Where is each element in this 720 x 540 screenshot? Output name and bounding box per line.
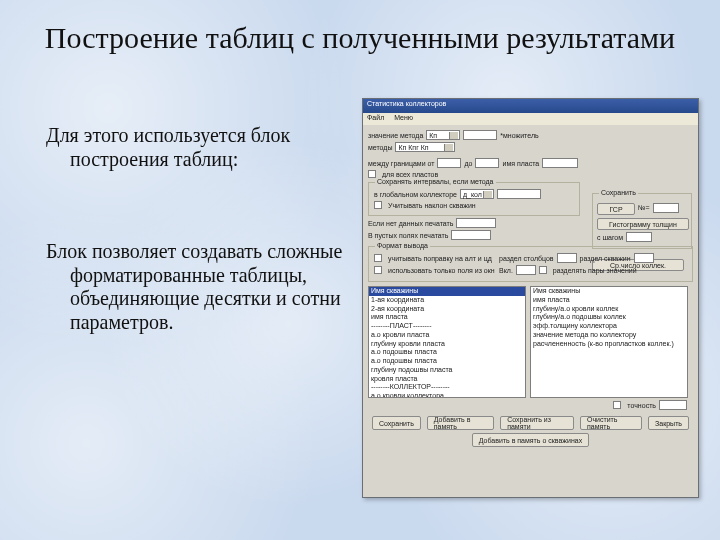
input-to[interactable]	[475, 158, 499, 168]
select-method[interactable]: Кп	[426, 130, 460, 140]
list-item[interactable]: глубину/a.o подошвы коллек	[531, 313, 687, 322]
checkbox-split-pairs[interactable]	[539, 266, 547, 274]
group-conditions: Сохранять интервалы, если метода в глоба…	[368, 182, 580, 216]
menu-menu[interactable]: Меню	[394, 114, 413, 121]
group-save: Сохранить ГСР №= Гистограмму толщин с ша…	[592, 193, 692, 249]
dialog-menubar: Файл Меню	[363, 113, 698, 125]
label-empty: В пустых полях печатать	[368, 232, 448, 239]
listbox-left[interactable]: Имя скважины 1-ая координата2-ая координ…	[368, 286, 526, 398]
button-add-memory[interactable]: Добавить в память	[427, 416, 494, 430]
input-collector[interactable]	[497, 189, 541, 199]
list-item[interactable]: 2-ая координата	[369, 305, 525, 314]
listbox-left-header: Имя скважины	[369, 287, 525, 296]
listbox-right[interactable]: Имя скважиныимя пластаглубину/a.o кровли…	[530, 286, 688, 398]
input-col-sep[interactable]	[557, 253, 577, 263]
list-item[interactable]: имя пласта	[369, 313, 525, 322]
button-add-well-memory[interactable]: Добавить в память о скважинах	[472, 433, 589, 447]
list-item[interactable]: значение метода по коллектору	[531, 331, 687, 340]
slide-title: Построение таблиц с полученными результа…	[0, 20, 720, 55]
group-save-title: Сохранить	[599, 189, 638, 196]
slide-body: Блок позволяет создавать сложные формати…	[46, 240, 346, 334]
label-layer-name: имя пласта	[502, 160, 539, 167]
input-from[interactable]	[437, 158, 461, 168]
input-empty[interactable]	[451, 230, 491, 240]
input-step[interactable]	[626, 232, 652, 242]
label-methods: методы	[368, 144, 392, 151]
label-to: до	[464, 160, 472, 167]
menu-file[interactable]: Файл	[367, 114, 384, 121]
list-item[interactable]: а.о кровли коллектора	[369, 392, 525, 398]
select-global-collector[interactable]: д_кол	[460, 189, 494, 199]
input-incl[interactable]	[516, 265, 536, 275]
list-item[interactable]: --------ПЛАСТ--------	[369, 322, 525, 331]
input-well-sep[interactable]	[634, 253, 654, 263]
label-incl: Вкл.	[499, 267, 513, 274]
checkbox-all-layers[interactable]	[368, 170, 376, 178]
checkbox-alt-correction[interactable]	[374, 254, 382, 262]
slide-lead: Для этого используется блок построения т…	[46, 124, 336, 171]
slide-body-text: Блок позволяет создавать сложные формати…	[46, 240, 346, 334]
list-item[interactable]: а.о кровли пласта	[369, 331, 525, 340]
input-no-data[interactable]	[456, 218, 496, 228]
label-between-from: между границами от	[368, 160, 434, 167]
input-precision[interactable]	[659, 400, 687, 410]
list-item[interactable]: кровля пласта	[369, 375, 525, 384]
label-split-pairs: разделять пары значений	[553, 267, 637, 274]
label-no-data: Если нет данных печатать	[368, 220, 453, 227]
label-alt-correction: учитывать поправку на алт и цд	[388, 255, 496, 262]
list-item[interactable]: имя пласта	[531, 296, 687, 305]
list-item[interactable]: 1-ая координата	[369, 296, 525, 305]
checkbox-only-wnd-fields[interactable]	[374, 266, 382, 274]
button-histogram[interactable]: Гистограмму толщин	[597, 218, 689, 230]
list-item[interactable]: --------КОЛЛЕКТОР--------	[369, 383, 525, 392]
dialog-titlebar: Статистика коллекторов	[363, 99, 698, 113]
button-save[interactable]: Сохранить	[372, 416, 421, 430]
select-methods[interactable]: Кп Кпг Кп	[395, 142, 455, 152]
checkbox-unknown[interactable]	[613, 401, 621, 409]
label-well-sep: раздел скважин	[580, 255, 631, 262]
label-col-sep: раздел столбцов	[499, 255, 554, 262]
label-all-layers: для всех пластов	[382, 171, 438, 178]
group-conditions-title: Сохранять интервалы, если метода	[375, 178, 496, 185]
input-num[interactable]	[653, 203, 679, 213]
button-gsr[interactable]: ГСР	[597, 203, 635, 215]
list-item[interactable]: Имя скважины	[531, 287, 687, 296]
list-item[interactable]: глубину подошвы пласта	[369, 366, 525, 375]
button-clear-memory[interactable]: Очистить память	[580, 416, 642, 430]
input-layer-name[interactable]	[542, 158, 578, 168]
list-item[interactable]: а.о подошвы пласта	[369, 348, 525, 357]
label-value-method: значение метода	[368, 132, 423, 139]
group-format-title: Формат вывода	[375, 242, 430, 249]
label-num-eq: №=	[638, 204, 650, 211]
slide-lead-text: Для этого используется блок построения т…	[46, 124, 336, 171]
label-global-collector: в глобальном коллекторе	[374, 191, 457, 198]
list-item[interactable]: глубину/a.o кровли коллек	[531, 305, 687, 314]
dialog-window: Статистика коллекторов Файл Меню значени…	[362, 98, 699, 498]
label-precision: точность	[627, 402, 656, 409]
button-save-from-memory[interactable]: Сохранить из памяти	[500, 416, 574, 430]
list-item[interactable]: эфф.толщину коллектора	[531, 322, 687, 331]
button-close[interactable]: Закрыть	[648, 416, 689, 430]
list-item[interactable]: расчлененность (к-во пропластков коллек.…	[531, 340, 687, 349]
label-multiplier: *множитель	[500, 132, 538, 139]
label-step: с шагом	[597, 234, 623, 241]
list-item[interactable]: глубину кровли пласта	[369, 340, 525, 349]
input-multiplier[interactable]	[463, 130, 497, 140]
label-slope: Учитывать наклон скважин	[388, 202, 476, 209]
checkbox-slope[interactable]	[374, 201, 382, 209]
group-format: Формат вывода учитывать поправку на алт …	[368, 246, 693, 282]
label-only-wnd-fields: использовать только поля из окн	[388, 267, 496, 274]
list-item[interactable]: а.о подошвы пласта	[369, 357, 525, 366]
